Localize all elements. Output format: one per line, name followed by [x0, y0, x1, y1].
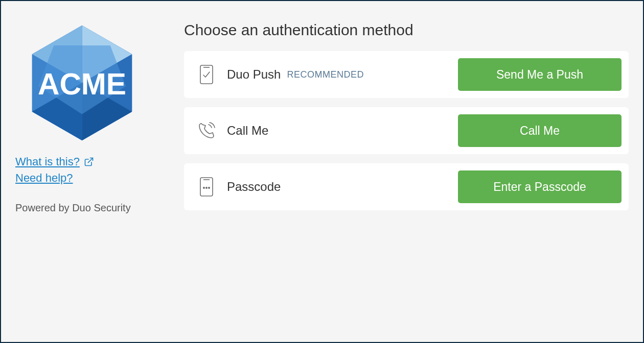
svg-point-16 [209, 187, 210, 188]
svg-line-9 [88, 158, 93, 163]
phone-ring-icon [195, 121, 218, 140]
what-is-this-label: What is this? [15, 155, 80, 168]
method-row-passcode: Passcode Enter a Passcode [184, 163, 629, 210]
powered-by: Powered by Duo Security [15, 202, 174, 214]
main-panel: Choose an authentication method Duo Push… [179, 16, 629, 219]
need-help-link[interactable]: Need help? [15, 172, 73, 185]
svg-point-14 [203, 187, 204, 188]
help-links: What is this? Need help? [15, 155, 174, 188]
method-label-push: Duo Push RECOMMENDED [227, 67, 458, 82]
call-label-text: Call Me [227, 124, 268, 138]
page-title: Choose an authentication method [184, 21, 629, 39]
method-label-call: Call Me [227, 124, 458, 138]
brand-text: ACME [37, 67, 126, 100]
send-push-button[interactable]: Send Me a Push [458, 58, 622, 91]
phone-check-icon [195, 64, 218, 85]
brand-logo: ACME [15, 16, 148, 149]
svg-point-15 [206, 187, 207, 188]
push-label-text: Duo Push [227, 67, 281, 82]
phone-passcode-icon [195, 177, 218, 197]
call-me-button[interactable]: Call Me [458, 114, 622, 147]
method-row-call: Call Me Call Me [184, 107, 629, 154]
method-label-passcode: Passcode [227, 180, 458, 194]
auth-frame: ACME What is this? Ne [0, 0, 644, 343]
external-link-icon [84, 157, 94, 167]
need-help-label: Need help? [15, 172, 73, 185]
svg-rect-10 [200, 65, 213, 84]
recommended-badge: RECOMMENDED [287, 69, 364, 80]
hexagon-logo-icon: ACME [19, 20, 145, 145]
what-is-this-link[interactable]: What is this? [15, 155, 94, 168]
enter-passcode-button[interactable]: Enter a Passcode [458, 170, 622, 203]
method-row-push: Duo Push RECOMMENDED Send Me a Push [184, 51, 629, 98]
sidebar: ACME What is this? Ne [15, 16, 179, 214]
passcode-label-text: Passcode [227, 180, 281, 194]
